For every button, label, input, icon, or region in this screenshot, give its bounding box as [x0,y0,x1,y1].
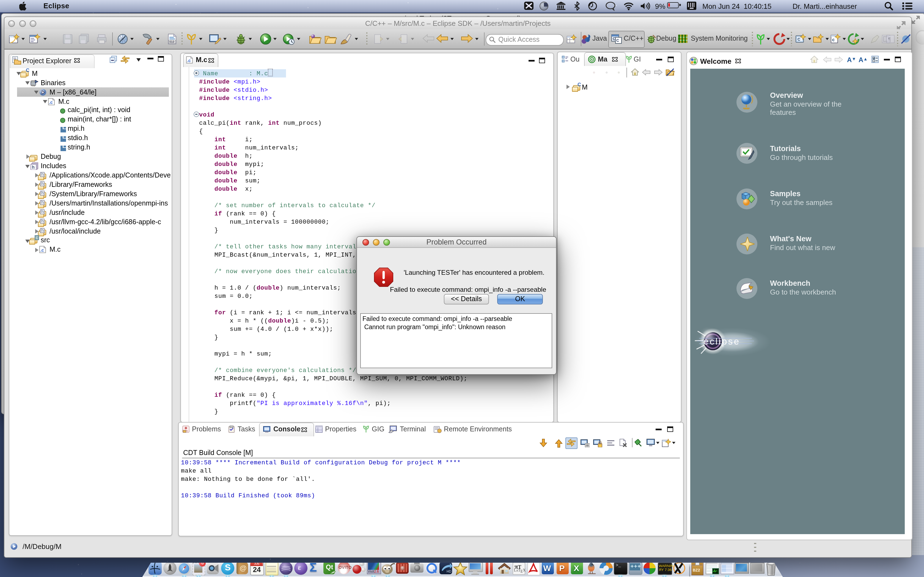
svg-text:eclipse: eclipse [703,336,740,347]
svg-text:.c: .c [49,100,53,105]
svg-text:C: C [616,38,619,43]
svg-text:C: C [613,37,615,41]
svg-text:01: 01 [31,83,35,87]
svg-text:c: c [832,37,835,42]
svg-text:010: 010 [170,40,174,44]
svg-text:C: C [798,37,800,42]
svg-text:¶: ¶ [888,36,891,42]
svg-text:.c: .c [40,248,44,253]
svg-text:h: h [32,165,35,169]
svg-text:.c: .c [187,58,191,63]
